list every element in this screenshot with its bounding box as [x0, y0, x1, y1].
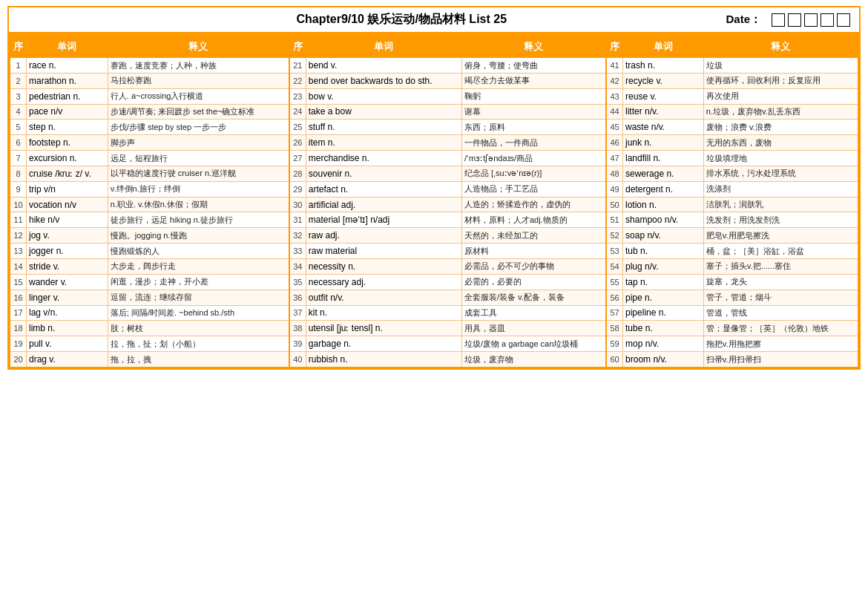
table-row: 14stride v.大步走，阔步行走34necessity n.必需品，必不可… — [10, 258, 858, 274]
row2-col2-def: 竭尽全力去做某事 — [461, 73, 606, 88]
row9-col1-def: v.绊倒n.旅行；绊倒 — [108, 181, 289, 197]
date-box-5[interactable] — [837, 13, 850, 27]
word-pos: n. — [645, 60, 655, 71]
word-pos: v. — [50, 261, 59, 272]
word-text: jogger — [29, 246, 53, 256]
word-text: trip — [29, 184, 42, 195]
row13-col2-seq: 33 — [289, 244, 306, 259]
row1-col1-seq: 1 — [10, 58, 27, 74]
word-pos: n. — [338, 184, 348, 195]
row3-col1-word: pedestrian n. — [27, 88, 108, 104]
row8-col3-seq: 48 — [606, 166, 623, 181]
table-row: 2marathon n.马拉松赛跑22bend over backwards t… — [10, 73, 858, 88]
row13-col2-word: raw material — [306, 244, 461, 259]
table-row: 8cruise /kruː z/ v.以平稳的速度行驶 cruiser n.巡洋… — [10, 166, 858, 181]
row8-col1-word: cruise /kruː z/ v. — [27, 166, 108, 181]
word-pos: n/v — [62, 200, 76, 210]
row3-col1-def: 行人. a~crossing入行横道 — [108, 88, 289, 104]
row12-col3-def: 肥皂v.用肥皂擦洗 — [703, 228, 858, 244]
row5-col3-seq: 45 — [606, 120, 623, 135]
table-row: 3pedestrian n.行人. a~crossing入行横道23bow v.… — [10, 88, 858, 104]
row19-col3-seq: 59 — [606, 336, 623, 352]
word-pos: n. — [342, 169, 352, 179]
word-pos: n. — [67, 76, 76, 86]
word-text: hike — [29, 215, 45, 225]
row14-col1-seq: 14 — [10, 258, 27, 274]
word-text: pipeline — [625, 307, 656, 318]
table-row: 9trip v/nv.绊倒n.旅行；绊倒29artefact n.人造物品；手工… — [10, 181, 858, 197]
table-row: 1race n.赛跑，速度竞赛；人种，种族21bend v.俯身，弯腰；使弯曲4… — [10, 58, 858, 74]
row16-col3-word: pipe n. — [623, 290, 704, 305]
page-header: Chapter9/10 娱乐运动/物品材料 List 25 Date： — [7, 6, 861, 33]
date-box-3[interactable] — [804, 13, 818, 27]
date-label: Date： — [726, 13, 761, 27]
row2-col1-def: 马拉松赛跑 — [108, 73, 289, 88]
word-pos: n/v — [48, 106, 62, 117]
word-text: linger — [29, 293, 50, 303]
word-text: outfit — [309, 293, 328, 303]
word-text: trash — [625, 60, 645, 71]
row20-col2-seq: 40 — [289, 352, 306, 368]
date-box-1[interactable] — [772, 13, 785, 27]
word-text: material — [309, 215, 341, 225]
row3-col2-def: 鞠躬 — [461, 88, 606, 104]
word-text: pace — [29, 106, 48, 117]
row5-col1-seq: 5 — [10, 120, 27, 135]
row10-col2-word: artificial adj. — [306, 197, 461, 212]
row4-col2-def: 谢幕 — [461, 104, 606, 120]
row18-col2-seq: 38 — [289, 321, 306, 336]
row14-col2-seq: 34 — [289, 258, 306, 274]
row2-col1-word: marathon n. — [27, 73, 108, 88]
page-title: Chapter9/10 娱乐运动/物品材料 List 25 — [77, 12, 726, 27]
row1-col1-def: 赛跑，速度竞赛；人种，种族 — [108, 58, 289, 74]
row19-col1-def: 拉，拖，扯；划（小船） — [108, 336, 289, 352]
row12-col3-seq: 52 — [606, 228, 623, 244]
row5-col1-def: 步伐/步骤 step by step 一步一步 — [108, 120, 289, 135]
row18-col3-word: tube n. — [623, 321, 704, 336]
row3-col1-seq: 3 — [10, 88, 27, 104]
word-pos: v. — [47, 354, 56, 365]
word-pos: v. — [648, 91, 657, 102]
row6-col2-word: item n. — [306, 135, 461, 151]
row11-col2-word: material [məˈtɪ] n/adj — [306, 212, 461, 228]
row9-col1-seq: 9 — [10, 181, 27, 197]
row16-col2-word: outfit n/v. — [306, 290, 461, 305]
table-row: 11hike n/v徒步旅行，远足 hiking n.徒步旅行31materia… — [10, 212, 858, 228]
word-text: step — [29, 122, 46, 132]
row1-col3-word: trash n. — [623, 58, 704, 74]
row10-col2-seq: 30 — [289, 197, 306, 212]
row19-col3-word: mop n/v. — [623, 336, 704, 352]
row14-col3-def: 塞子；插头v.把......塞住 — [703, 258, 858, 274]
row16-col2-def: 全套服装/装备 v.配备，装备 — [461, 290, 606, 305]
row19-col3-def: 拖把v.用拖把擦 — [703, 336, 858, 352]
row3-col3-seq: 43 — [606, 88, 623, 104]
row17-col3-seq: 57 — [606, 305, 623, 321]
date-box-4[interactable] — [821, 13, 834, 27]
word-pos: n. — [325, 137, 335, 148]
word-text: utensil — [309, 323, 335, 333]
row7-col1-seq: 7 — [10, 151, 27, 166]
word-pos: n. — [663, 184, 673, 195]
word-pos: adj. — [338, 200, 355, 210]
word-text: lotion — [625, 200, 647, 210]
row13-col3-def: 桶，盆；［美］浴缸，浴盆 — [703, 244, 858, 259]
col3-word-header: 单词 — [623, 36, 704, 58]
row17-col2-seq: 37 — [289, 305, 306, 321]
row10-col3-seq: 50 — [606, 197, 623, 212]
word-text: jog — [29, 230, 41, 241]
row2-col2-seq: 22 — [289, 73, 306, 88]
row20-col1-seq: 20 — [10, 352, 27, 368]
row7-col1-def: 远足，短程旅行 — [108, 151, 289, 166]
row11-col3-word: shampoo n/v. — [623, 212, 704, 228]
date-box-2[interactable] — [788, 13, 801, 27]
row11-col1-seq: 11 — [10, 212, 27, 228]
word-pos: n/v. — [328, 293, 344, 303]
word-pos: v. — [328, 60, 337, 71]
row19-col1-seq: 19 — [10, 336, 27, 352]
word-pos: v. — [58, 277, 67, 287]
word-pos: v. — [325, 91, 334, 102]
word-pos: v. — [82, 169, 91, 179]
col1-word-header: 单词 — [27, 36, 108, 58]
word-text: cruise — [29, 169, 53, 179]
row10-col3-word: lotion n. — [623, 197, 704, 212]
